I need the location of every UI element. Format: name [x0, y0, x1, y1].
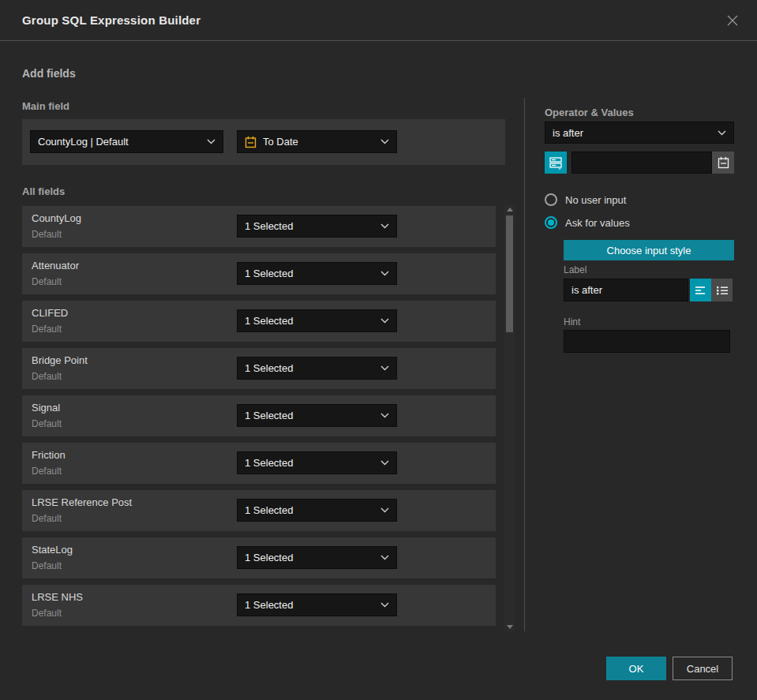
field-selection-dropdown[interactable]: 1 Selected [237, 546, 397, 569]
hint-input[interactable] [564, 330, 730, 353]
main-field-dropdown-value: CountyLog | Default [38, 136, 202, 148]
ok-button[interactable]: OK [606, 657, 666, 680]
field-selection-dropdown[interactable]: 1 Selected [237, 499, 397, 522]
value-input-row [545, 152, 734, 174]
chevron-down-icon [380, 223, 389, 229]
field-selection-dropdown[interactable]: 1 Selected [237, 215, 397, 238]
main-field-date-dropdown[interactable]: To Date [237, 130, 397, 153]
triangle-down-icon [507, 625, 513, 629]
chevron-down-icon [380, 365, 389, 371]
field-name: CLIFED [32, 307, 68, 319]
field-selection-dropdown[interactable]: 1 Selected [237, 357, 397, 380]
value-source-button[interactable] [545, 152, 567, 174]
calendar-icon [245, 136, 257, 148]
chevron-down-icon [380, 507, 389, 513]
dialog-title: Group SQL Expression Builder [22, 13, 722, 27]
radio-ask-for-values[interactable]: Ask for values [545, 216, 630, 229]
date-picker-button[interactable] [712, 152, 734, 174]
cancel-button[interactable]: Cancel [673, 657, 733, 680]
field-row-bridge-point: Bridge Point Default 1 Selected [22, 348, 496, 389]
label-input[interactable] [564, 279, 688, 301]
field-name: Bridge Point [32, 354, 88, 366]
selection-count: 1 Selected [245, 220, 376, 232]
chevron-down-icon [380, 318, 389, 324]
label-field-label: Label [564, 264, 586, 275]
all-fields-label: All fields [22, 185, 65, 197]
field-sublabel: Default [32, 276, 62, 287]
field-name: Attenuator [32, 260, 79, 271]
chevron-down-icon [380, 413, 389, 418]
field-row-countylog: CountyLog Default 1 Selected [22, 206, 496, 247]
field-sublabel: Default [32, 418, 62, 429]
list-scrollbar[interactable] [504, 204, 515, 631]
add-fields-heading: Add fields [22, 67, 76, 80]
hint-field-label: Hint [564, 316, 580, 328]
radio-no-user-input[interactable]: No user input [545, 193, 626, 206]
field-row-attenuator: Attenuator Default 1 Selected [22, 253, 496, 294]
triangle-up-icon [507, 208, 513, 211]
field-name: Signal [32, 402, 60, 414]
scrollbar-thumb[interactable] [506, 215, 513, 332]
dialog-titlebar: Group SQL Expression Builder [0, 0, 757, 41]
selection-count: 1 Selected [245, 504, 376, 516]
selection-count: 1 Selected [245, 457, 376, 469]
radio-label: No user input [565, 194, 626, 206]
field-selection-dropdown[interactable]: 1 Selected [237, 593, 397, 616]
field-row-friction: Friction Default 1 Selected [22, 443, 496, 484]
field-row-lrse-reference-post: LRSE Reference Post Default 1 Selected [22, 490, 496, 531]
field-sublabel: Default [32, 466, 62, 477]
field-name: LRSE Reference Post [32, 496, 132, 508]
bulleted-list-icon [716, 285, 729, 296]
chevron-down-icon [380, 602, 389, 608]
field-row-signal: Signal Default 1 Selected [22, 395, 496, 436]
radio-selected-icon [545, 216, 557, 229]
single-value-style-button[interactable] [690, 279, 711, 301]
field-selection-dropdown[interactable]: 1 Selected [237, 404, 397, 427]
operator-dropdown[interactable]: is after [545, 122, 734, 144]
field-selection-dropdown[interactable]: 1 Selected [237, 451, 397, 474]
chevron-down-icon [380, 555, 389, 560]
close-icon [726, 14, 739, 27]
radio-unselected-icon [545, 193, 557, 206]
group-sql-expression-builder-dialog: Group SQL Expression Builder Add fields … [0, 0, 757, 700]
field-sublabel: Default [32, 324, 62, 335]
chevron-down-icon [207, 139, 215, 144]
value-date-input[interactable] [571, 152, 712, 174]
selection-count: 1 Selected [245, 410, 376, 421]
main-field-panel: CountyLog | Default To Date [22, 119, 505, 165]
selection-count: 1 Selected [245, 315, 376, 327]
main-field-date-value: To Date [263, 136, 376, 148]
calendar-icon [718, 156, 729, 169]
radio-label: Ask for values [565, 217, 630, 229]
field-row-statelog: StateLog Default 1 Selected [22, 537, 496, 578]
align-left-lines-icon [695, 285, 707, 296]
field-name: LRSE NHS [32, 591, 83, 603]
list-style-button[interactable] [711, 279, 733, 301]
panel-divider [524, 98, 525, 631]
scroll-down-button[interactable] [504, 622, 515, 631]
field-name: Friction [32, 449, 66, 461]
selection-count: 1 Selected [245, 599, 376, 611]
input-style-toggle [690, 279, 733, 301]
stacked-rows-icon [549, 155, 563, 170]
close-button[interactable] [722, 10, 743, 31]
chevron-down-icon [380, 460, 389, 466]
operator-values-title: Operator & Values [545, 107, 634, 118]
field-row-lrse-nhs: LRSE NHS Default 1 Selected [22, 585, 496, 626]
main-field-dropdown[interactable]: CountyLog | Default [30, 130, 223, 153]
field-row-clifed: CLIFED Default 1 Selected [22, 301, 496, 342]
chevron-down-icon [380, 139, 389, 144]
all-fields-list: CountyLog Default 1 Selected Attenuator … [22, 206, 496, 626]
chevron-down-icon [380, 271, 389, 276]
field-selection-dropdown[interactable]: 1 Selected [237, 309, 397, 332]
field-sublabel: Default [32, 371, 62, 382]
field-name: CountyLog [32, 212, 81, 224]
field-selection-dropdown[interactable]: 1 Selected [237, 262, 397, 285]
main-field-label: Main field [22, 100, 69, 112]
field-name: StateLog [32, 544, 73, 556]
scroll-up-button[interactable] [504, 204, 515, 214]
selection-count: 1 Selected [245, 552, 376, 563]
operator-value: is after [553, 127, 713, 139]
choose-input-style-button[interactable]: Choose input style [564, 240, 734, 260]
field-sublabel: Default [32, 608, 62, 619]
